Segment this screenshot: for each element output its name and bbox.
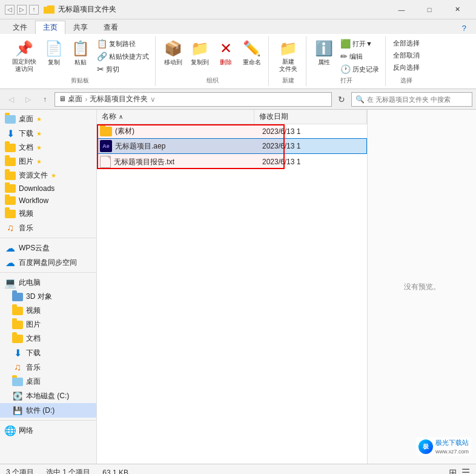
status-total: 3 个项目	[6, 467, 34, 474]
status-view-toggles: ⊞ ☰	[449, 467, 470, 474]
col-header-date[interactable]: 修改日期	[254, 110, 367, 124]
help-icon[interactable]: ?	[457, 22, 471, 34]
path-segment-folder: 无标题项目文件夹	[90, 94, 148, 104]
refresh-button[interactable]: ↻	[334, 92, 349, 107]
address-path[interactable]: 🖥 桌面 › 无标题项目文件夹 ∨	[55, 92, 332, 107]
pictures-folder-icon	[5, 158, 16, 166]
close-button[interactable]: ✕	[443, 0, 471, 19]
pin-star-pictures: ★	[36, 158, 42, 165]
sidebar-item-baidu-cloud[interactable]: ☁ 百度网盘同步空间	[0, 255, 96, 270]
paste-shortcut-icon: 🔗	[97, 52, 107, 61]
sidebar-item-disk-c[interactable]: 💽 本地磁盘 (C:)	[0, 389, 96, 403]
network-icon: 🌐	[5, 425, 16, 436]
back-icon[interactable]: ◁	[5, 5, 15, 15]
maximize-button[interactable]: □	[415, 0, 443, 19]
tab-file[interactable]: 文件	[5, 21, 35, 34]
col-header-name[interactable]: 名称 ∧	[97, 110, 254, 124]
sidebar-item-workflow[interactable]: Workflow	[0, 195, 96, 207]
file-item-sucai[interactable]: (素材) 2023/6/13 1	[97, 124, 367, 138]
open-button[interactable]: 🟩 打开▼	[338, 38, 382, 50]
sidebar-item-music[interactable]: ♫ 音乐	[0, 221, 96, 235]
video-folder-icon	[5, 210, 16, 218]
forward-icon[interactable]: ▷	[17, 5, 27, 15]
search-input[interactable]	[367, 96, 468, 103]
copy-path-button[interactable]: 📋 复制路径	[94, 38, 151, 50]
sidebar-item-this-pc[interactable]: 💻 此电脑	[0, 275, 96, 290]
sidebar-item-downloads-pc[interactable]: ⬇ 下载	[0, 345, 96, 360]
file-list-content: (素材) 2023/6/13 1 Ae 无标题项目.aep 2023/6/13 …	[97, 124, 367, 464]
sidebar-item-downloads-en[interactable]: Downloads	[0, 182, 96, 195]
sidebar-label-this-pc: 此电脑	[19, 278, 41, 288]
select-none-button[interactable]: 全部取消	[391, 50, 422, 61]
edit-button[interactable]: ✏ 编辑	[338, 50, 382, 62]
watermark-logo: 极	[418, 439, 433, 454]
select-all-button[interactable]: 全部选择	[391, 38, 422, 49]
sidebar-item-network[interactable]: 🌐 网络	[0, 423, 96, 438]
copy-to-button[interactable]: 📁 复制到	[187, 38, 213, 69]
delete-button[interactable]: ✕ 删除	[214, 38, 238, 69]
sidebar-item-3d[interactable]: 3D 对象	[0, 290, 96, 304]
up-icon[interactable]: ↑	[29, 5, 39, 15]
sidebar-item-desktop-pc[interactable]: 桌面	[0, 375, 96, 389]
sidebar-item-disk-d[interactable]: 💾 软件 (D:)	[0, 403, 96, 418]
tab-share[interactable]: 共享	[65, 21, 96, 34]
sidebar: 桌面 ★ ⬇ 下载 ★ 文档 ★ 图片 ★ 资源文件 ★ Downloads	[0, 110, 97, 464]
move-icon: 📦	[164, 40, 182, 57]
tab-home[interactable]: 主页	[35, 21, 65, 34]
pin-icon: 📌	[15, 40, 33, 57]
file-name-txt: 无标题项目报告.txt	[114, 157, 174, 167]
up-button[interactable]: ↑	[38, 92, 52, 107]
sidebar-label-downloads: 下载	[19, 129, 33, 139]
rename-button[interactable]: ✏️ 重命名	[239, 38, 265, 69]
file-item-txt[interactable]: 无标题项目报告.txt 2023/6/13 1	[97, 154, 367, 170]
sidebar-label-documents: 文档	[19, 142, 33, 153]
copy-path-label: 复制路径	[109, 39, 136, 48]
sidebar-item-desktop[interactable]: 桌面 ★	[0, 112, 96, 126]
sidebar-item-documents[interactable]: 文档 ★	[0, 141, 96, 155]
invert-selection-button[interactable]: 反向选择	[391, 62, 422, 73]
paste-button[interactable]: 📋 粘贴	[68, 38, 93, 69]
pin-star-documents: ★	[36, 144, 42, 151]
cut-button[interactable]: ✂ 剪切	[94, 63, 151, 75]
list-view-button[interactable]: ☰	[461, 467, 470, 474]
grid-view-button[interactable]: ⊞	[449, 467, 457, 474]
sidebar-item-documents-pc[interactable]: 文档	[0, 332, 96, 345]
copy-button[interactable]: 📄 复制	[41, 38, 67, 69]
tab-view[interactable]: 查看	[96, 21, 126, 34]
clipboard-buttons: 📌 固定到快速访问 📄 复制 📋 粘贴 📋 复制路径 🔗 粘贴快捷方式	[8, 38, 151, 75]
sidebar-item-video[interactable]: 视频	[0, 207, 96, 221]
file-item-aep[interactable]: Ae 无标题项目.aep 2023/6/13 1	[97, 138, 367, 154]
sidebar-item-video-pc[interactable]: 视频	[0, 304, 96, 318]
forward-button[interactable]: ▷	[21, 92, 35, 107]
pin-to-quickaccess-button[interactable]: 📌 固定到快速访问	[8, 38, 40, 75]
desktop-pc-icon	[12, 378, 23, 386]
sidebar-item-pictures[interactable]: 图片 ★	[0, 155, 96, 169]
disk-d-icon: 💾	[12, 405, 23, 416]
sidebar-label-pictures: 图片	[19, 156, 33, 167]
paste-shortcut-button[interactable]: 🔗 粘贴快捷方式	[94, 50, 151, 62]
status-bar: 3 个项目 选中 1 个项目 63.1 KB ⊞ ☰	[0, 464, 476, 474]
sidebar-label-downloads-pc: 下载	[26, 348, 41, 358]
open-buttons: ℹ️ 属性 🟩 打开▼ ✏ 编辑 🕐 历史记录	[311, 38, 382, 75]
move-to-button[interactable]: 📦 移动到	[160, 38, 186, 69]
search-box[interactable]: 🔍	[351, 92, 472, 107]
ribbon-group-organize: 📦 移动到 📁 复制到 ✕ 删除 ✏️ 重命名 组织	[157, 36, 269, 86]
sidebar-item-wps-cloud[interactable]: ☁ WPS云盘	[0, 241, 96, 255]
downloads-pc-icon: ⬇	[12, 347, 23, 358]
sidebar-label-documents-pc: 文档	[26, 333, 41, 344]
address-bar: ◁ ▷ ↑ 🖥 桌面 › 无标题项目文件夹 ∨ ↻ 🔍	[0, 89, 476, 110]
preview-pane: 没有预览。	[367, 110, 476, 464]
minimize-button[interactable]: —	[388, 0, 415, 19]
resources-folder-icon	[5, 172, 16, 180]
sidebar-item-pictures-pc[interactable]: 图片	[0, 318, 96, 332]
properties-button[interactable]: ℹ️ 属性	[311, 38, 337, 69]
back-button[interactable]: ◁	[4, 92, 18, 107]
cut-label: 剪切	[106, 65, 119, 74]
new-folder-button[interactable]: 📁 新建文件夹	[276, 38, 301, 75]
sidebar-item-resources[interactable]: 资源文件 ★	[0, 169, 96, 182]
music-icon: ♫	[5, 222, 16, 233]
history-button[interactable]: 🕐 历史记录	[338, 63, 382, 75]
sidebar-item-music-pc[interactable]: ♫ 音乐	[0, 360, 96, 375]
sidebar-item-downloads[interactable]: ⬇ 下载 ★	[0, 126, 96, 141]
pin-star-downloads: ★	[36, 130, 42, 137]
